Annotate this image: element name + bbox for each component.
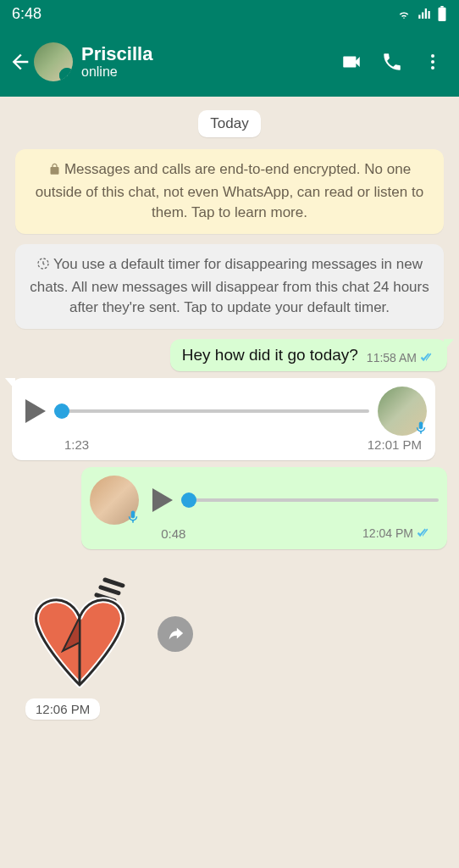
message-time: 11:58 AM (367, 351, 417, 364)
disappearing-badge-icon (59, 68, 73, 81)
svg-line-8 (101, 587, 119, 593)
read-checks-icon (420, 352, 437, 364)
svg-point-3 (431, 54, 434, 58)
voice-duration: 0:48 (161, 526, 185, 541)
timer-notice[interactable]: You use a default timer for disappearing… (15, 244, 444, 329)
status-icons (396, 6, 447, 21)
message-outgoing-voice[interactable]: 0:48 12:04 PM (81, 467, 447, 549)
message-outgoing-text[interactable]: Hey how did it go today? 11:58 AM (170, 339, 447, 371)
phone-icon (381, 51, 403, 73)
play-button[interactable] (25, 399, 46, 423)
svg-point-5 (431, 66, 434, 70)
header-actions (340, 51, 452, 73)
contact-name: Priscilla (81, 44, 340, 64)
contact-avatar[interactable] (34, 42, 73, 81)
more-menu-button[interactable] (422, 51, 444, 73)
message-time: 12:01 PM (368, 437, 422, 452)
voice-track[interactable] (181, 488, 439, 512)
chat-header: Priscilla online (0, 27, 459, 97)
encryption-text: Messages and calls are end-to-end encryp… (36, 161, 423, 220)
voice-call-button[interactable] (381, 51, 403, 73)
svg-rect-1 (440, 6, 444, 8)
status-time: 6:48 (12, 5, 41, 23)
wifi-icon (396, 6, 412, 21)
voice-track[interactable] (54, 399, 369, 423)
mic-icon (124, 508, 142, 526)
timer-text: You use a default timer for disappearing… (30, 256, 429, 315)
svg-rect-0 (439, 8, 446, 21)
more-vertical-icon (423, 52, 443, 72)
svg-line-7 (105, 580, 123, 586)
message-time: 12:06 PM (25, 698, 100, 720)
contact-info[interactable]: Priscilla online (81, 44, 340, 80)
back-button[interactable] (7, 48, 34, 75)
play-button[interactable] (152, 488, 173, 512)
contact-status: online (81, 64, 340, 80)
message-text: Hey how did it go today? (182, 346, 358, 364)
message-incoming-sticker[interactable] (20, 575, 447, 693)
battery-icon (437, 6, 447, 21)
voice-duration: 1:23 (64, 437, 89, 452)
message-incoming-voice[interactable]: 1:23 12:01 PM (12, 378, 435, 460)
message-time: 12:04 PM (362, 526, 413, 540)
svg-point-4 (431, 60, 434, 64)
signal-icon (417, 6, 432, 21)
sender-avatar (378, 387, 427, 436)
status-bar: 6:48 (0, 0, 459, 27)
forward-icon (166, 625, 185, 643)
chat-area[interactable]: Today Messages and calls are end-to-end … (0, 97, 459, 868)
svg-point-2 (64, 72, 71, 80)
forward-button[interactable] (158, 616, 193, 652)
mic-icon (412, 419, 430, 437)
encryption-notice[interactable]: Messages and calls are end-to-end encryp… (15, 149, 444, 234)
date-label: Today (198, 110, 260, 137)
read-checks-icon (417, 527, 434, 539)
sticker-heart-icon (20, 575, 147, 693)
video-call-button[interactable] (340, 51, 362, 73)
sender-avatar (90, 476, 139, 525)
arrow-left-icon (8, 50, 32, 74)
video-icon (340, 49, 362, 75)
timer-icon (36, 256, 50, 277)
lock-icon (48, 161, 61, 182)
